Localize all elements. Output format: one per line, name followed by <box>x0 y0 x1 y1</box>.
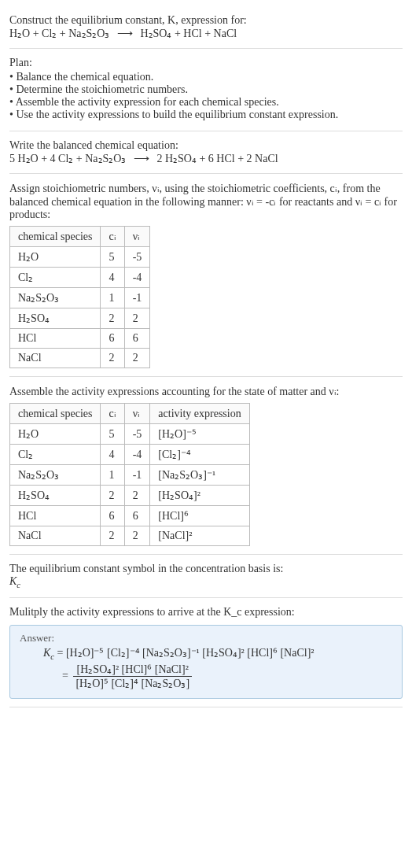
cell: Na₂S₂O₃ <box>10 288 101 308</box>
cell: 2 <box>101 349 124 368</box>
cell: [Cl₂]⁻⁴ <box>150 445 249 465</box>
cell: Cl₂ <box>10 268 101 288</box>
cell: -1 <box>124 288 150 308</box>
col-species: chemical species <box>10 404 101 424</box>
cell: H₂O <box>10 247 101 268</box>
cell: -5 <box>124 247 150 268</box>
balanced-title: Write the balanced chemical equation: <box>9 139 403 152</box>
cell: [HCl]⁶ <box>150 506 249 526</box>
plan-item: Determine the stoichiometric numbers. <box>9 83 403 96</box>
activity-table: chemical species cᵢ νᵢ activity expressi… <box>9 403 250 546</box>
plan-title: Plan: <box>9 57 403 69</box>
cell: -4 <box>124 268 150 288</box>
cell: -5 <box>124 424 150 445</box>
table-row: H₂O5-5[H₂O]⁻⁵ <box>10 424 250 445</box>
eq-rhs: H₂SO₄ + HCl + NaCl <box>140 28 237 39</box>
prompt-line: Construct the equilibrium constant, K, e… <box>9 14 403 27</box>
cell: 6 <box>124 506 150 526</box>
cell: H₂SO₄ <box>10 486 101 506</box>
table-row: NaCl22 <box>10 349 150 368</box>
kc-symbol: Kc <box>9 575 403 589</box>
fraction-numerator: [H₂SO₄]² [HCl]⁶ [NaCl]² <box>73 663 192 677</box>
cell: 1 <box>101 465 124 486</box>
cell: [H₂SO₄]² <box>150 486 249 506</box>
cell: 1 <box>101 288 124 308</box>
cell: 2 <box>124 349 150 368</box>
section-answer: Mulitply the activity expressions to arr… <box>9 598 403 707</box>
table-row: H₂SO₄22[H₂SO₄]² <box>10 486 250 506</box>
cell: 5 <box>101 424 124 445</box>
cell: [NaCl]² <box>150 526 249 546</box>
cell: 2 <box>101 308 124 329</box>
table-row: NaCl22[NaCl]² <box>10 526 250 546</box>
cell: 4 <box>101 268 124 288</box>
section-prompt: Construct the equilibrium constant, K, e… <box>9 6 403 49</box>
symbol-intro: The equilibrium constant symbol in the c… <box>9 563 403 575</box>
cell: Na₂S₂O₃ <box>10 465 101 486</box>
eq-lhs: H₂O + Cl₂ + Na₂S₂O₃ <box>9 28 109 39</box>
balanced-equation: 5 H₂O + 4 Cl₂ + Na₂S₂O₃ ⟶ 2 H₂SO₄ + 6 HC… <box>9 152 403 165</box>
plan-item: Assemble the activity expression for eac… <box>9 96 403 109</box>
cell: H₂SO₄ <box>10 308 101 329</box>
cell: H₂O <box>10 424 101 445</box>
col-ci: cᵢ <box>101 227 124 247</box>
cell: 5 <box>101 247 124 268</box>
answer-intro: Mulitply the activity expressions to arr… <box>9 606 403 619</box>
table-row: Na₂S₂O₃1-1[Na₂S₂O₃]⁻¹ <box>10 465 250 486</box>
cell: 4 <box>101 445 124 465</box>
eq-sign: = <box>62 669 68 681</box>
col-species: chemical species <box>10 227 101 247</box>
cell: [Na₂S₂O₃]⁻¹ <box>150 465 249 486</box>
table-header-row: chemical species cᵢ νᵢ <box>10 227 150 247</box>
answer-label: Answer: <box>20 632 392 645</box>
answer-intro-text: Mulitply the activity expressions to arr… <box>9 606 295 618</box>
cell: 2 <box>101 486 124 506</box>
eq-lhs: 5 H₂O + 4 Cl₂ + Na₂S₂O₃ <box>9 153 126 164</box>
cell: 2 <box>124 486 150 506</box>
arrow-icon: ⟶ <box>129 153 154 164</box>
plan-list: Balance the chemical equation. Determine… <box>9 71 403 121</box>
cell: 2 <box>124 308 150 329</box>
stoich-intro: Assign stoichiometric numbers, νᵢ, using… <box>9 182 403 221</box>
table-row: HCl66[HCl]⁶ <box>10 506 250 526</box>
table-header-row: chemical species cᵢ νᵢ activity expressi… <box>10 404 250 424</box>
cell: 6 <box>124 329 150 349</box>
eq-rhs: 2 H₂SO₄ + 6 HCl + 2 NaCl <box>156 153 278 164</box>
arrow-icon: ⟶ <box>112 28 138 39</box>
cell: -1 <box>124 465 150 486</box>
cell: Cl₂ <box>10 445 101 465</box>
fraction-denominator: [H₂O]⁵ [Cl₂]⁴ [Na₂S₂O₃] <box>73 677 192 690</box>
col-vi: νᵢ <box>124 227 150 247</box>
cell: HCl <box>10 329 101 349</box>
col-ci: cᵢ <box>101 404 124 424</box>
table-row: HCl66 <box>10 329 150 349</box>
cell: HCl <box>10 506 101 526</box>
table-row: H₂O5-5 <box>10 247 150 268</box>
cell: NaCl <box>10 526 101 546</box>
activity-intro: Assemble the activity expressions accoun… <box>9 385 403 398</box>
plan-item: Use the activity expressions to build th… <box>9 109 403 121</box>
cell: 6 <box>101 329 124 349</box>
section-stoich: Assign stoichiometric numbers, νᵢ, using… <box>9 174 403 377</box>
table-row: Na₂S₂O₃1-1 <box>10 288 150 308</box>
table-row: Cl₂4-4 <box>10 268 150 288</box>
cell: [H₂O]⁻⁵ <box>150 424 249 445</box>
cell: 2 <box>101 526 124 546</box>
kc-expression-fraction: = [H₂SO₄]² [HCl]⁶ [NaCl]² [H₂O]⁵ [Cl₂]⁴ … <box>20 663 392 690</box>
fraction: [H₂SO₄]² [HCl]⁶ [NaCl]² [H₂O]⁵ [Cl₂]⁴ [N… <box>73 663 192 690</box>
plan-item: Balance the chemical equation. <box>9 71 403 83</box>
section-symbol: The equilibrium constant symbol in the c… <box>9 555 403 598</box>
prompt-text: Construct the equilibrium constant, K, e… <box>9 14 247 26</box>
stoich-table: chemical species cᵢ νᵢ H₂O5-5 Cl₂4-4 Na₂… <box>9 226 150 368</box>
unbalanced-equation: H₂O + Cl₂ + Na₂S₂O₃ ⟶ H₂SO₄ + HCl + NaCl <box>9 27 403 40</box>
cell: 2 <box>124 526 150 546</box>
cell: -4 <box>124 445 150 465</box>
kc-expression-flat: Kc = [H₂O]⁻⁵ [Cl₂]⁻⁴ [Na₂S₂O₃]⁻¹ [H₂SO₄]… <box>20 646 392 661</box>
section-activity: Assemble the activity expressions accoun… <box>9 377 403 555</box>
table-row: H₂SO₄22 <box>10 308 150 329</box>
kc-flat: [H₂O]⁻⁵ [Cl₂]⁻⁴ [Na₂S₂O₃]⁻¹ [H₂SO₄]² [HC… <box>66 647 315 659</box>
section-balanced: Write the balanced chemical equation: 5 … <box>9 131 403 174</box>
answer-box: Answer: Kc = [H₂O]⁻⁵ [Cl₂]⁻⁴ [Na₂S₂O₃]⁻¹… <box>9 625 403 699</box>
col-activity: activity expression <box>150 404 249 424</box>
table-row: Cl₂4-4[Cl₂]⁻⁴ <box>10 445 250 465</box>
